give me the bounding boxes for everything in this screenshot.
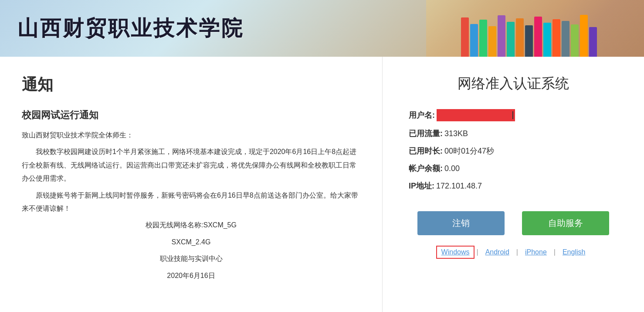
notice-line-3: 原锐捷账号将于新网上线同时暂停服务，新账号密码将会在6月16日早8点前送达各部门…	[22, 189, 360, 216]
ip-value: 172.101.48.7	[436, 182, 482, 191]
book-3	[479, 20, 487, 57]
action-buttons: 注销 自助服务	[409, 211, 618, 235]
main-content: 通知 校园网试运行通知 致山西财贸职业技术学院全体师生： 我校数字校园网建设历时…	[0, 57, 644, 312]
balance-value: 0.00	[444, 164, 460, 173]
book-2	[470, 24, 478, 57]
logout-button[interactable]: 注销	[417, 211, 505, 235]
windows-link[interactable]: Windows	[436, 246, 475, 259]
book-7	[516, 18, 524, 57]
book-12	[562, 21, 569, 57]
username-value	[437, 109, 515, 121]
notice-line-2: 我校数字校园网建设历时1个半月紧张施工，网络环境基本建设完成，现定于2020年6…	[22, 145, 360, 185]
book-11	[552, 19, 560, 57]
notice-line-7: 2020年6月16日	[22, 269, 360, 282]
book-10	[543, 23, 551, 57]
school-name: 山西财贸职业技术学院	[17, 14, 244, 42]
traffic-row: 已用流量: 313KB	[409, 128, 618, 139]
book-15	[589, 27, 597, 57]
book-4	[488, 26, 496, 57]
ip-row: IP地址: 172.101.48.7	[409, 181, 618, 191]
book-8	[525, 25, 533, 57]
username-row: 用户名:	[409, 109, 618, 121]
ip-label: IP地址:	[409, 181, 434, 191]
notice-article-title: 校园网试运行通知	[22, 109, 360, 122]
banner: 山西财贸职业技术学院	[0, 0, 644, 57]
traffic-label: 已用流量:	[409, 128, 443, 139]
book-13	[571, 24, 579, 57]
separator-2: |	[515, 248, 520, 256]
username-cursor	[512, 111, 513, 119]
iphone-link[interactable]: iPhone	[520, 246, 552, 259]
banner-books	[461, 0, 635, 57]
book-6	[507, 22, 515, 57]
balance-row: 帐户余额: 0.00	[409, 163, 618, 174]
notice-line-4: 校园无线网络名称:SXCM_5G	[22, 219, 360, 232]
separator-3: |	[552, 248, 557, 256]
notice-body: 致山西财贸职业技术学院全体师生： 我校数字校园网建设历时1个半月紧张施工，网络环…	[22, 129, 360, 282]
balance-label: 帐户余额:	[409, 163, 443, 174]
duration-label: 已用时长:	[409, 146, 443, 156]
book-14	[580, 15, 588, 57]
username-label: 用户名:	[409, 110, 435, 120]
auth-panel: 网络准入认证系统 用户名: 已用流量: 313KB 已用时长: 00时01分47…	[383, 57, 644, 312]
notice-panel: 通知 校园网试运行通知 致山西财贸职业技术学院全体师生： 我校数字校园网建设历时…	[0, 57, 383, 312]
platform-links: Windows | Android | iPhone | English	[409, 246, 618, 259]
android-link[interactable]: Android	[480, 246, 515, 259]
book-5	[498, 15, 505, 57]
separator-1: |	[475, 248, 480, 256]
duration-value: 00时01分47秒	[444, 146, 494, 156]
notice-section-title: 通知	[22, 74, 360, 96]
book-1	[461, 17, 469, 57]
english-link[interactable]: English	[557, 246, 590, 259]
self-service-button[interactable]: 自助服务	[522, 211, 609, 235]
notice-line-5: SXCM_2.4G	[22, 236, 360, 249]
auth-system-title: 网络准入认证系统	[409, 74, 618, 93]
book-9	[534, 17, 542, 57]
notice-line-1: 致山西财贸职业技术学院全体师生：	[22, 129, 360, 142]
traffic-value: 313KB	[444, 129, 468, 138]
notice-line-6: 职业技能与实训中心	[22, 252, 360, 265]
duration-row: 已用时长: 00时01分47秒	[409, 146, 618, 156]
